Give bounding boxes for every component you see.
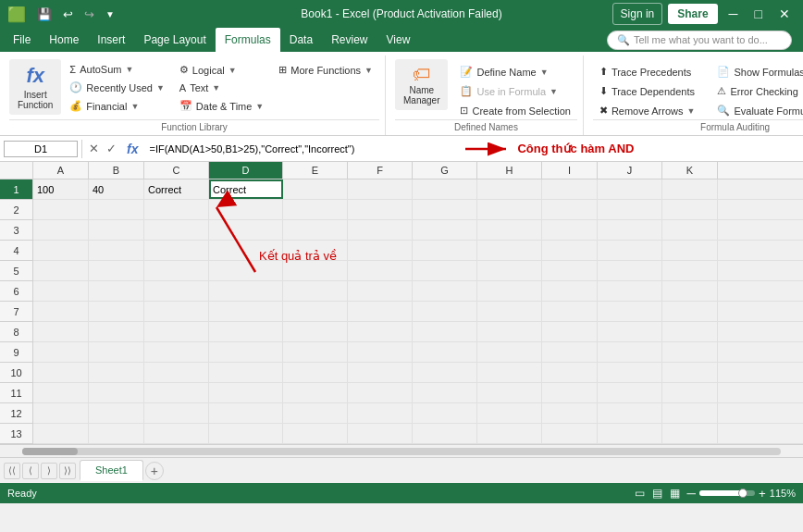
cell-B13[interactable] <box>89 424 144 443</box>
cell-I10[interactable] <box>542 363 598 382</box>
cell-B5[interactable] <box>89 261 144 280</box>
cell-K7[interactable] <box>662 302 718 321</box>
trace-precedents-button[interactable]: ⬆ Trace Precedents <box>593 63 702 80</box>
evaluate-formula-button[interactable]: 🔍 Evaluate Formula <box>710 102 803 119</box>
cell-J4[interactable] <box>598 241 662 260</box>
cell-E11[interactable] <box>283 383 348 402</box>
cell-D9[interactable] <box>209 342 283 362</box>
cell-H4[interactable] <box>477 241 542 260</box>
use-in-formula-button[interactable]: 📋 Use in Formula ▼ <box>453 82 576 100</box>
cell-H12[interactable] <box>477 403 542 423</box>
minimize-button[interactable]: ─ <box>723 5 744 23</box>
row-header-1[interactable]: 1 <box>0 179 32 200</box>
cell-I5[interactable] <box>542 261 598 280</box>
sheet-nav-next[interactable]: ⟩ <box>41 463 57 479</box>
redo-button[interactable]: ↪ <box>80 6 98 23</box>
remove-arrows-button[interactable]: ✖ Remove Arrows ▼ <box>593 102 702 119</box>
sheet-nav-first[interactable]: ⟨⟨ <box>4 463 20 479</box>
cell-D13[interactable] <box>209 424 283 443</box>
cell-H3[interactable] <box>477 220 542 240</box>
row-header-8[interactable]: 8 <box>0 322 32 342</box>
cell-A6[interactable] <box>33 281 89 301</box>
cell-J7[interactable] <box>598 302 662 321</box>
cell-F6[interactable] <box>348 281 413 301</box>
cell-J11[interactable] <box>598 383 662 402</box>
cell-E9[interactable] <box>283 342 348 362</box>
trace-dependents-button[interactable]: ⬇ Trace Dependents <box>593 82 702 100</box>
menu-view[interactable]: View <box>377 28 420 52</box>
normal-view-button[interactable]: ▭ <box>635 487 645 500</box>
menu-home[interactable]: Home <box>40 28 88 52</box>
add-sheet-button[interactable]: + <box>145 462 164 480</box>
cell-A12[interactable] <box>33 403 89 423</box>
row-header-3[interactable]: 3 <box>0 220 32 241</box>
cell-D5[interactable] <box>209 261 283 280</box>
cell-F5[interactable] <box>348 261 413 280</box>
cell-A13[interactable] <box>33 424 89 443</box>
row-header-6[interactable]: 6 <box>0 281 32 302</box>
cell-F1[interactable] <box>348 179 413 199</box>
cell-E3[interactable] <box>283 220 348 240</box>
cell-C4[interactable] <box>144 241 209 260</box>
cell-C1[interactable]: Correct <box>144 179 209 199</box>
cell-K5[interactable] <box>662 261 718 280</box>
cell-D3[interactable] <box>209 220 283 240</box>
cell-K11[interactable] <box>662 383 718 402</box>
cell-B10[interactable] <box>89 363 144 382</box>
cell-F13[interactable] <box>348 424 413 443</box>
cell-B7[interactable] <box>89 302 144 321</box>
cell-G13[interactable] <box>413 424 477 443</box>
cell-B2[interactable] <box>89 200 144 219</box>
cell-I3[interactable] <box>542 220 598 240</box>
cell-G12[interactable] <box>413 403 477 423</box>
cancel-formula-button[interactable]: ✕ <box>86 142 102 155</box>
cell-G4[interactable] <box>413 241 477 260</box>
cell-F9[interactable] <box>348 342 413 362</box>
cell-I1[interactable] <box>542 179 598 199</box>
cell-C10[interactable] <box>144 363 209 382</box>
cell-E12[interactable] <box>283 403 348 423</box>
cell-J1[interactable] <box>598 179 662 199</box>
cell-K3[interactable] <box>662 220 718 240</box>
cell-C5[interactable] <box>144 261 209 280</box>
cell-G11[interactable] <box>413 383 477 402</box>
row-header-9[interactable]: 9 <box>0 342 32 363</box>
col-header-H[interactable]: H <box>477 162 542 179</box>
date-time-button[interactable]: 📅 Date & Time ▼ <box>173 97 270 115</box>
col-header-B[interactable]: B <box>89 162 144 179</box>
cell-I11[interactable] <box>542 383 598 402</box>
define-name-button[interactable]: 📝 Define Name ▼ <box>453 63 576 80</box>
cell-E4[interactable] <box>283 241 348 260</box>
cell-K10[interactable] <box>662 363 718 382</box>
cell-C7[interactable] <box>144 302 209 321</box>
cell-D2[interactable] <box>209 200 283 219</box>
cell-I8[interactable] <box>542 322 598 341</box>
row-header-7[interactable]: 7 <box>0 302 32 322</box>
cell-D12[interactable] <box>209 403 283 423</box>
horizontal-scrollbar-track[interactable] <box>22 448 781 455</box>
cell-D11[interactable] <box>209 383 283 402</box>
cell-I13[interactable] <box>542 424 598 443</box>
cell-D4[interactable] <box>209 241 283 260</box>
col-header-I[interactable]: I <box>542 162 598 179</box>
cell-F12[interactable] <box>348 403 413 423</box>
undo-button[interactable]: ↩ <box>59 6 77 23</box>
name-box[interactable] <box>4 141 78 157</box>
cell-A8[interactable] <box>33 322 89 341</box>
cell-K9[interactable] <box>662 342 718 362</box>
row-header-13[interactable]: 13 <box>0 424 32 444</box>
cell-D1[interactable]: Correct <box>209 179 283 199</box>
cell-K4[interactable] <box>662 241 718 260</box>
cell-E13[interactable] <box>283 424 348 443</box>
col-header-F[interactable]: F <box>348 162 413 179</box>
row-header-5[interactable]: 5 <box>0 261 32 281</box>
cell-E7[interactable] <box>283 302 348 321</box>
cell-I6[interactable] <box>542 281 598 301</box>
cell-F3[interactable] <box>348 220 413 240</box>
cell-A3[interactable] <box>33 220 89 240</box>
cell-H11[interactable] <box>477 383 542 402</box>
error-checking-button[interactable]: ⚠ Error Checking ▼ <box>710 82 803 100</box>
cell-D10[interactable] <box>209 363 283 382</box>
maximize-button[interactable]: □ <box>749 5 768 23</box>
cell-B11[interactable] <box>89 383 144 402</box>
